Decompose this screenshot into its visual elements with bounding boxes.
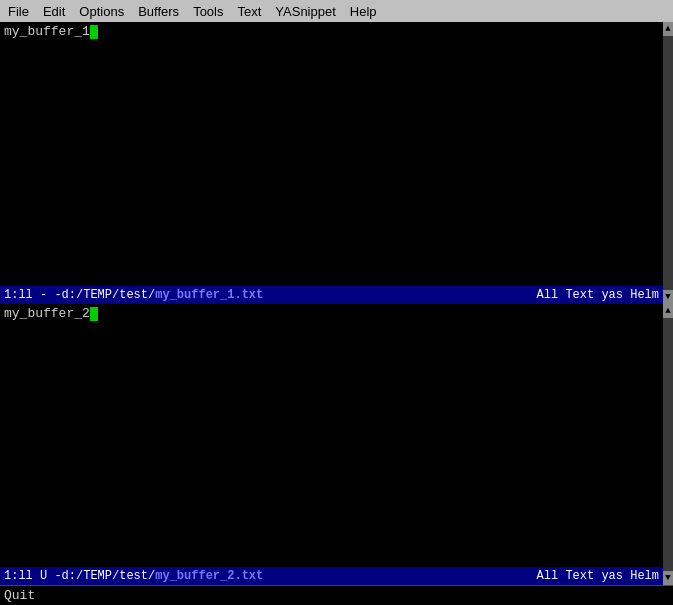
echo-area: Quit [0,585,673,605]
menu-edit[interactable]: Edit [37,2,71,21]
pane1-status-left: 1:ll - -d:/TEMP/test/my_buffer_1.txt [4,288,537,302]
all-panes: my_buffer_1 1:ll - -d:/TEMP/test/my_buff… [0,22,673,585]
pane2-scroll-up[interactable]: ▲ [663,304,673,318]
pane2-status-right: All Text yas Helm [537,569,659,583]
pane2-statusbar: 1:ll U -d:/TEMP/test/my_buffer_2.txt All… [0,567,663,585]
pane2-status-link[interactable]: my_buffer_2.txt [155,569,263,583]
pane2-main: my_buffer_2 1:ll U -d:/TEMP/test/my_buff… [0,304,663,586]
pane2-status-left: 1:ll U -d:/TEMP/test/my_buffer_2.txt [4,569,537,583]
pane1-scroll-down[interactable]: ▼ [663,290,673,304]
echo-text: Quit [4,588,35,603]
pane1-status-plain: 1:ll - -d:/TEMP/test/ [4,288,155,302]
pane2-text: my_buffer_2 [4,306,90,321]
menu-yasnippet[interactable]: YASnippet [269,2,341,21]
pane2-scroll-down[interactable]: ▼ [663,571,673,585]
pane2-scrollbar[interactable]: ▲ ▼ [663,304,673,586]
pane2-cursor-line: my_buffer_2 [4,306,98,321]
menu-options[interactable]: Options [73,2,130,21]
pane2-status-plain: 1:ll U -d:/TEMP/test/ [4,569,155,583]
pane1-editor[interactable]: my_buffer_1 [0,22,663,286]
pane1-main: my_buffer_1 1:ll - -d:/TEMP/test/my_buff… [0,22,663,304]
menu-tools[interactable]: Tools [187,2,229,21]
pane1-cursor-line: my_buffer_1 [4,24,98,39]
pane2-editor[interactable]: my_buffer_2 [0,304,663,568]
menu-help[interactable]: Help [344,2,383,21]
pane1-wrapper: my_buffer_1 1:ll - -d:/TEMP/test/my_buff… [0,22,673,304]
menu-text[interactable]: Text [231,2,267,21]
pane1-status-right: All Text yas Helm [537,288,659,302]
menu-file[interactable]: File [2,2,35,21]
pane1-cursor [90,25,98,39]
pane2-wrapper: my_buffer_2 1:ll U -d:/TEMP/test/my_buff… [0,304,673,586]
pane2-cursor [90,307,98,321]
menu-buffers[interactable]: Buffers [132,2,185,21]
pane1-scrollbar[interactable]: ▲ ▼ [663,22,673,304]
pane1-scroll-up[interactable]: ▲ [663,22,673,36]
pane1-status-link[interactable]: my_buffer_1.txt [155,288,263,302]
pane1-statusbar: 1:ll - -d:/TEMP/test/my_buffer_1.txt All… [0,286,663,304]
pane1-text: my_buffer_1 [4,24,90,39]
menubar: File Edit Options Buffers Tools Text YAS… [0,0,673,22]
